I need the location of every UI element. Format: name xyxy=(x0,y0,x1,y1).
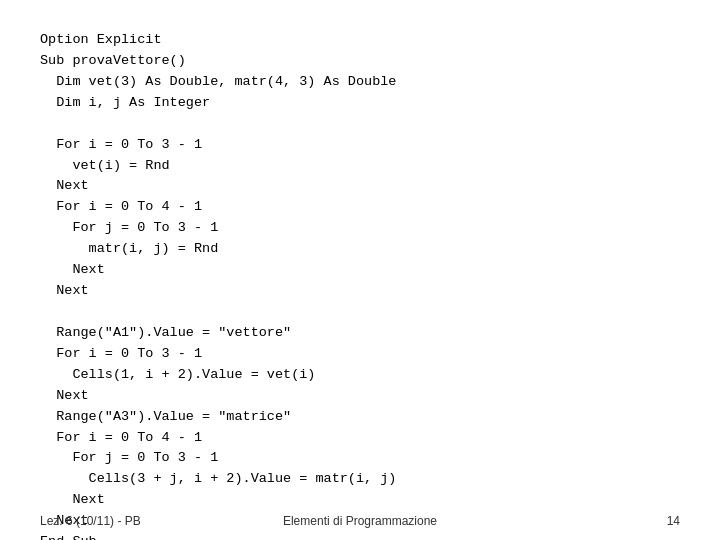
code-block: Option Explicit Sub provaVettore() Dim v… xyxy=(40,30,680,540)
footer: Lez. 6 (10/11) - PB Elementi di Programm… xyxy=(0,514,720,528)
footer-center: Elementi di Programmazione xyxy=(200,514,520,528)
slide-container: Option Explicit Sub provaVettore() Dim v… xyxy=(0,0,720,540)
footer-left: Lez. 6 (10/11) - PB xyxy=(40,514,200,528)
footer-right: 14 xyxy=(520,514,680,528)
